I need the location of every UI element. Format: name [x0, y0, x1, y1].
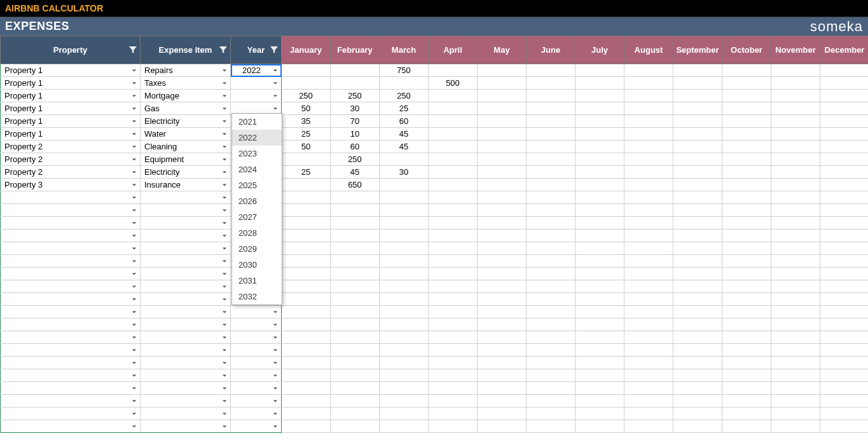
month-cell[interactable] [820, 242, 869, 255]
month-cell[interactable] [331, 331, 380, 344]
expense-cell[interactable] [141, 407, 231, 420]
year-option[interactable]: 2030 [232, 257, 282, 273]
month-cell[interactable] [771, 395, 820, 407]
month-cell[interactable] [331, 77, 380, 90]
month-cell[interactable] [478, 153, 527, 166]
month-cell[interactable] [282, 369, 331, 382]
chevron-down-icon[interactable] [130, 104, 139, 113]
chevron-down-icon[interactable] [271, 104, 280, 113]
year-cell[interactable] [231, 344, 282, 357]
month-cell[interactable] [527, 90, 575, 102]
month-cell[interactable] [527, 102, 575, 115]
property-cell[interactable] [1, 242, 141, 255]
month-cell[interactable] [429, 90, 478, 102]
chevron-down-icon[interactable] [220, 244, 229, 253]
expense-cell[interactable]: Taxes [141, 77, 231, 90]
month-cell[interactable] [478, 242, 527, 255]
month-cell[interactable] [429, 166, 478, 179]
month-cell[interactable]: 250 [282, 90, 331, 102]
chevron-down-icon[interactable] [130, 219, 139, 228]
chevron-down-icon[interactable] [130, 320, 139, 329]
month-cell[interactable] [575, 369, 624, 382]
month-cell[interactable] [624, 420, 673, 433]
month-cell[interactable] [673, 115, 722, 128]
chevron-down-icon[interactable] [130, 308, 139, 317]
month-cell[interactable] [722, 420, 771, 433]
property-cell[interactable]: Property 1 [1, 77, 141, 90]
month-cell[interactable] [331, 255, 380, 268]
month-cell[interactable] [722, 191, 771, 204]
expense-cell[interactable] [141, 331, 231, 344]
month-cell[interactable] [722, 369, 771, 382]
chevron-down-icon[interactable] [220, 130, 229, 139]
month-cell[interactable] [722, 242, 771, 255]
month-cell[interactable] [282, 153, 331, 166]
chevron-down-icon[interactable] [220, 219, 229, 228]
month-cell[interactable] [771, 306, 820, 318]
month-cell[interactable] [673, 395, 722, 407]
month-cell[interactable] [673, 306, 722, 318]
month-cell[interactable] [575, 64, 624, 77]
year-cell[interactable] [231, 382, 282, 395]
expense-cell[interactable] [141, 204, 231, 217]
chevron-down-icon[interactable] [271, 79, 280, 88]
month-cell[interactable] [771, 90, 820, 102]
month-cell[interactable] [478, 331, 527, 344]
month-cell[interactable] [478, 344, 527, 357]
chevron-down-icon[interactable] [220, 231, 229, 240]
chevron-down-icon[interactable] [130, 142, 139, 151]
month-cell[interactable] [722, 77, 771, 90]
month-cell[interactable] [722, 318, 771, 331]
header-month[interactable]: September [673, 36, 722, 64]
property-cell[interactable]: Property 2 [1, 153, 141, 166]
expense-cell[interactable] [141, 395, 231, 407]
year-option[interactable]: 2025 [232, 177, 282, 193]
month-cell[interactable] [331, 357, 380, 369]
month-cell[interactable] [282, 191, 331, 204]
month-cell[interactable]: 250 [380, 90, 429, 102]
month-cell[interactable] [624, 64, 673, 77]
month-cell[interactable] [771, 331, 820, 344]
month-cell[interactable] [820, 128, 869, 140]
month-cell[interactable] [331, 407, 380, 420]
chevron-down-icon[interactable] [220, 308, 229, 317]
month-cell[interactable] [673, 382, 722, 395]
month-cell[interactable] [820, 90, 869, 102]
month-cell[interactable] [771, 191, 820, 204]
month-cell[interactable] [575, 331, 624, 344]
month-cell[interactable] [380, 293, 429, 306]
month-cell[interactable] [575, 102, 624, 115]
month-cell[interactable] [820, 369, 869, 382]
expense-cell[interactable]: Electricity [141, 166, 231, 179]
month-cell[interactable] [380, 229, 429, 242]
chevron-down-icon[interactable] [271, 346, 280, 355]
month-cell[interactable] [527, 280, 575, 293]
month-cell[interactable] [429, 64, 478, 77]
month-cell[interactable] [624, 179, 673, 191]
month-cell[interactable] [722, 331, 771, 344]
chevron-down-icon[interactable] [271, 359, 280, 367]
month-cell[interactable] [429, 369, 478, 382]
property-cell[interactable] [1, 217, 141, 229]
property-cell[interactable] [1, 255, 141, 268]
month-cell[interactable] [331, 382, 380, 395]
month-cell[interactable] [771, 64, 820, 77]
month-cell[interactable] [575, 293, 624, 306]
month-cell[interactable] [331, 344, 380, 357]
month-cell[interactable] [331, 420, 380, 433]
month-cell[interactable] [527, 153, 575, 166]
property-cell[interactable]: Property 1 [1, 115, 141, 128]
month-cell[interactable] [331, 369, 380, 382]
property-cell[interactable]: Property 2 [1, 140, 141, 153]
month-cell[interactable] [624, 268, 673, 280]
month-cell[interactable] [380, 77, 429, 90]
chevron-down-icon[interactable] [130, 257, 139, 266]
month-cell[interactable] [722, 229, 771, 242]
chevron-down-icon[interactable] [220, 206, 229, 215]
month-cell[interactable] [673, 77, 722, 90]
month-cell[interactable] [575, 357, 624, 369]
month-cell[interactable] [282, 229, 331, 242]
month-cell[interactable] [527, 140, 575, 153]
month-cell[interactable] [331, 318, 380, 331]
month-cell[interactable]: 750 [380, 64, 429, 77]
